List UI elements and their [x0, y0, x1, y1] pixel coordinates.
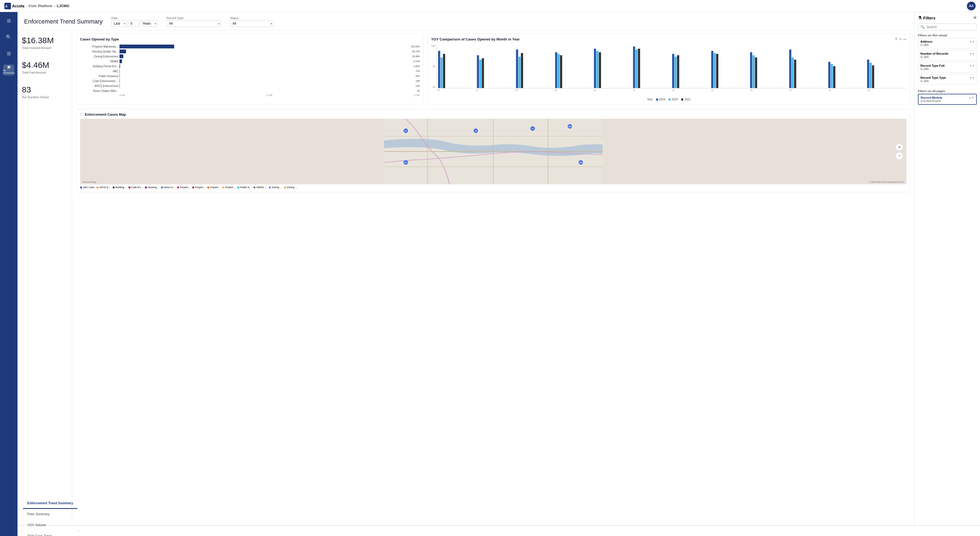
legend-text: Building...: [115, 186, 126, 189]
svg-text:A: A: [5, 5, 8, 8]
yoy-bar: [833, 66, 835, 88]
filter-name: Record Type Full: [920, 64, 945, 67]
legend-label-2020: 2020: [672, 98, 678, 101]
legend-text: Propert...: [195, 186, 205, 189]
bar-value: 1,823: [414, 65, 420, 68]
bar-container: [119, 79, 414, 83]
tab-item[interactable]: YOY Case Types: [23, 531, 77, 536]
yoy-bar: [635, 49, 638, 88]
yoy-bar: [794, 60, 796, 88]
legend-color-dot: [237, 186, 239, 188]
map-container[interactable]: 64 65 71 264 64: [80, 119, 907, 184]
filter-chevron-icon[interactable]: ∨ ✎: [969, 52, 974, 55]
yoy-bar: [599, 52, 601, 88]
horiz-bars-container: Property Maintenan... 222,910 Housing Qu…: [80, 45, 420, 93]
filter-search[interactable]: 🔍: [918, 24, 977, 30]
status-select[interactable]: All: [230, 20, 274, 27]
bar-container: [119, 49, 410, 53]
map-legend-item: SWMS ...: [253, 186, 267, 189]
legend-color-dot: [253, 186, 255, 188]
bar-container: [119, 89, 415, 93]
bar-container: [119, 54, 410, 58]
filters-close-icon[interactable]: ✕: [973, 15, 977, 20]
info-icon[interactable]: ⓘ: [80, 112, 83, 116]
map-controls: + −: [896, 143, 903, 160]
yoy-bar: [443, 54, 445, 88]
bar-label: Housing Quality Sta...: [80, 50, 118, 53]
month-group: [633, 46, 671, 88]
yoy-bar: [555, 52, 557, 88]
map-zoom-out[interactable]: −: [896, 152, 903, 160]
filter-value: is (All): [920, 79, 974, 83]
date-value-input[interactable]: [128, 20, 139, 27]
yoy-bar: [752, 55, 755, 88]
map-header: ⓘ Enforcement Cases Map: [80, 112, 907, 116]
breadcrumb-sep: ›: [54, 4, 55, 8]
bar-value: 15,985: [412, 55, 420, 58]
bar-label: ABC: [80, 70, 118, 73]
yoy-bar: [716, 54, 718, 88]
visual-filter-item[interactable]: Record Type Type ∨ ✎ is (All): [918, 74, 977, 84]
visual-filter-item[interactable]: Number of Records ∨ ✎ is (All): [918, 50, 977, 60]
legend-color-dot: [161, 186, 163, 188]
bar-label: Zoning Enforcement: [80, 55, 118, 58]
filter-icon[interactable]: ⚗: [895, 37, 897, 41]
main-wrapper: ⊞ 🔍 ⊞ 📊 MyDashboards Enforcement Trend S…: [0, 12, 980, 536]
visual-filter-item[interactable]: Address ∨ ✎ is (All): [918, 38, 977, 48]
map-legend-item: Code En...: [129, 186, 143, 189]
map-zoom-in[interactable]: +: [896, 143, 903, 151]
accela-logo-icon: A: [5, 3, 11, 9]
month-group: [789, 49, 827, 88]
date-unit-select[interactable]: Years: [140, 20, 158, 27]
legend-dot-2020: [668, 99, 671, 101]
bar-value: 128: [415, 84, 420, 87]
tab-item[interactable]: Fees Summary: [23, 509, 77, 520]
yoy-bar: [755, 57, 757, 88]
sidebar-icon-my-dashboards[interactable]: 📊 MyDashboards: [3, 65, 14, 75]
sidebar-icon-apps[interactable]: ⊞: [3, 48, 14, 59]
filter-chevron-icon[interactable]: ∨ ✎: [969, 96, 974, 99]
more-icon[interactable]: •••: [903, 37, 907, 41]
legend-color-dot: [145, 186, 147, 188]
visual-filter-item[interactable]: Record Type Full ∨ ✎ is (All): [918, 62, 977, 73]
filter-search-input[interactable]: [926, 25, 974, 29]
sidebar-icon-grid[interactable]: ⊞: [3, 15, 14, 26]
all-pages-filter-item[interactable]: Record Module ∨ ✎ is Enforcement: [918, 94, 977, 105]
yoy-bar: [714, 53, 716, 88]
date-period-select[interactable]: Last: [111, 20, 127, 27]
yoy-bar: [870, 63, 872, 88]
kpi-paid-label: Total Paid Amount: [22, 71, 68, 74]
filter-value: is (All): [920, 43, 974, 46]
kpi-ave-duration: 83 Ave Duration (Days): [22, 85, 68, 99]
map-terms-link[interactable]: Terms: [898, 181, 904, 183]
record-type-wrapper: All: [167, 20, 221, 27]
tab-right-arrow[interactable]: ›: [77, 529, 81, 533]
y-label-10k: 10K: [431, 45, 436, 47]
month-group: [828, 62, 867, 88]
yoy-bar: [711, 51, 713, 88]
tab-item[interactable]: YOY Volume: [23, 520, 77, 531]
bar-fill: [119, 54, 123, 58]
filter-chevron-icon[interactable]: ∨ ✎: [969, 76, 974, 79]
month-group: [672, 54, 710, 88]
legend-label-2019: 2019: [659, 98, 665, 101]
yoy-bar: [831, 64, 833, 88]
bar-value: 222,910: [411, 45, 420, 48]
yoy-bar: [789, 49, 791, 88]
record-type-label: Record Type: [167, 16, 221, 20]
map-legend-item: Building...: [113, 186, 126, 189]
avatar[interactable]: AA: [967, 2, 975, 10]
yoy-bar: [597, 51, 598, 88]
filters-title-row: ⚗ Filters: [918, 15, 935, 20]
logo: A Accela: [5, 3, 26, 9]
map-legend-item: Noise Ci...: [161, 186, 175, 189]
filter-chevron-icon[interactable]: ∨ ✎: [969, 64, 974, 67]
filter-chevron-icon[interactable]: ∨ ✎: [969, 40, 974, 43]
expand-icon[interactable]: ⊡: [899, 37, 902, 41]
sidebar-icon-search[interactable]: 🔍: [3, 32, 14, 43]
tab-left-arrow[interactable]: ‹: [20, 529, 23, 533]
svg-text:64: 64: [405, 130, 407, 132]
record-type-select[interactable]: All: [167, 20, 221, 27]
filter-item-title-row: Record Type Type ∨ ✎: [920, 76, 974, 79]
tab-item[interactable]: Enforcement Trend Summary: [23, 498, 77, 509]
